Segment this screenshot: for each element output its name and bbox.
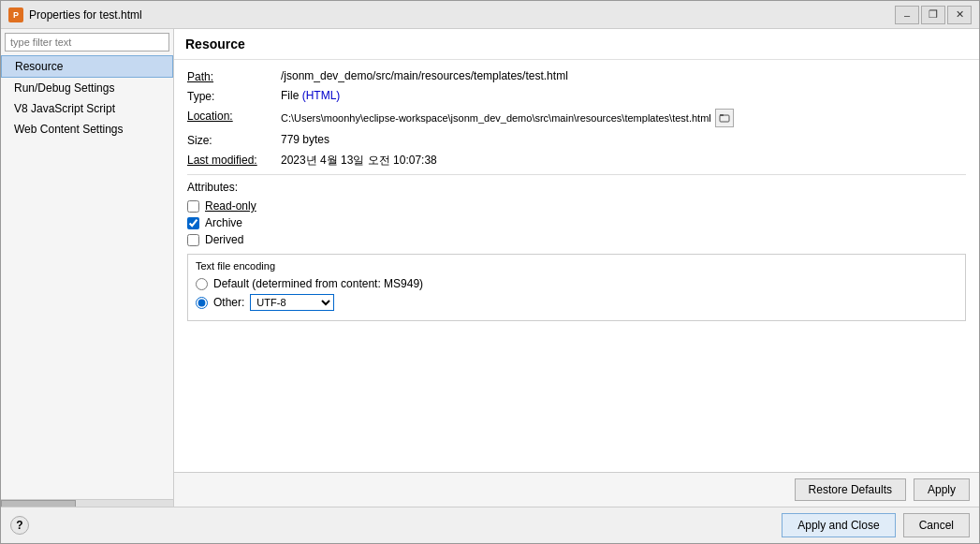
encoding-select[interactable]: UTF-8 UTF-16 ISO-8859-1 MS949 [250,294,334,311]
archive-row: Archive [187,216,966,229]
readonly-checkbox[interactable] [187,200,199,213]
browse-icon [719,112,730,124]
archive-label: Archive [205,216,242,229]
minimize-button[interactable]: – [895,6,919,24]
title-bar-left: P Properties for test.html [8,7,142,22]
derived-label: Derived [205,233,243,246]
readonly-label: Read-only [205,199,256,213]
size-value: 779 bytes [281,133,966,146]
dialog-footer-right: Apply and Close Cancel [782,513,970,537]
type-html: (HTML) [302,89,341,102]
divider [187,174,966,175]
attributes-label: Attributes: [187,181,966,194]
dialog-icon: P [8,7,23,22]
sidebar: Resource Run/Debug Settings V8 JavaScrip… [1,29,174,507]
archive-checkbox[interactable] [187,217,199,229]
default-encoding-radio[interactable] [196,278,208,290]
main-content: Resource Run/Debug Settings V8 JavaScrip… [1,29,979,507]
encoding-title: Text file encoding [196,260,958,272]
size-row: Size: 779 bytes [187,133,966,147]
sidebar-scrollbar-thumb [1,500,76,507]
location-value: C:\Users\moonhy\eclipse-workspace\jsonm_… [281,112,711,124]
size-label: Size: [187,133,281,147]
default-encoding-row: Default (determined from content: MS949) [196,277,958,290]
svg-rect-0 [720,115,729,122]
apply-button[interactable]: Apply [914,478,970,501]
path-value: /jsonm_dev_demo/src/main/resources/templ… [281,69,966,82]
dialog-title: Properties for test.html [29,8,142,22]
sidebar-item-v8[interactable]: V8 JavaScript Script [1,98,173,119]
help-button[interactable]: ? [10,516,29,535]
lastmodified-row: Last modified: 2023년 4월 13일 오전 10:07:38 [187,153,966,169]
sidebar-scrollbar[interactable] [1,499,173,507]
type-label: Type: [187,89,281,103]
derived-row: Derived [187,233,966,246]
location-row: Location: C:\Users\moonhy\eclipse-worksp… [187,109,966,127]
other-encoding-radio[interactable] [196,297,208,309]
location-browse-button[interactable] [715,109,734,127]
type-row: Type: File (HTML) [187,89,966,103]
close-button[interactable]: ✕ [947,6,972,24]
default-encoding-label: Default (determined from content: MS949) [213,277,423,290]
type-value: File (HTML) [281,89,966,102]
panel-footer: Restore Defaults Apply [174,472,979,507]
svg-rect-1 [720,114,724,116]
sidebar-item-resource[interactable]: Resource [1,55,173,78]
content-panel: Resource Path: /jsonm_dev_demo/src/main/… [174,29,979,507]
path-label: Path: [187,69,281,83]
location-label: Location: [187,109,281,123]
readonly-row: Read-only [187,199,966,213]
dialog-footer: ? Apply and Close Cancel [1,507,979,543]
title-bar-buttons: – ❐ ✕ [895,6,972,24]
path-row: Path: /jsonm_dev_demo/src/main/resources… [187,69,966,83]
properties-dialog: P Properties for test.html – ❐ ✕ Resourc… [0,0,980,544]
other-encoding-row: Other: UTF-8 UTF-16 ISO-8859-1 MS949 [196,294,958,311]
apply-close-button[interactable]: Apply and Close [782,513,895,537]
panel-header: Resource [174,29,979,60]
other-encoding-label: Other: [213,296,244,309]
lastmodified-value: 2023년 4월 13일 오전 10:07:38 [281,153,966,169]
sidebar-item-run-debug[interactable]: Run/Debug Settings [1,78,173,98]
restore-defaults-button[interactable]: Restore Defaults [795,478,906,501]
sidebar-item-web-content[interactable]: Web Content Settings [1,119,173,140]
derived-checkbox[interactable] [187,234,199,246]
title-bar: P Properties for test.html – ❐ ✕ [1,1,979,29]
restore-button[interactable]: ❐ [921,6,945,24]
filter-input[interactable] [5,33,169,51]
lastmodified-label: Last modified: [187,153,281,167]
encoding-section: Text file encoding Default (determined f… [187,254,966,321]
location-container: C:\Users\moonhy\eclipse-workspace\jsonm_… [281,109,734,127]
cancel-button[interactable]: Cancel [903,513,970,537]
panel-body: Path: /jsonm_dev_demo/src/main/resources… [174,60,979,472]
